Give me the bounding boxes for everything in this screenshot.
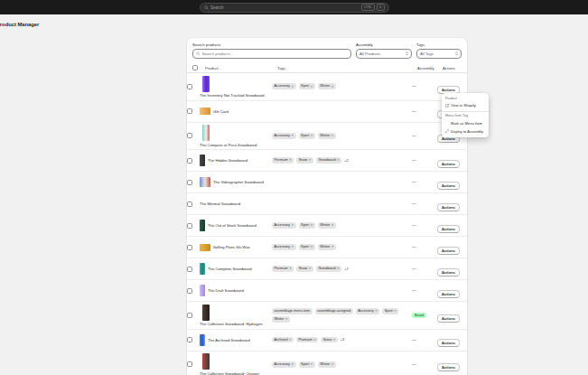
row-checkbox[interactable] [187, 288, 192, 294]
global-search[interactable]: Search CTRL K [200, 3, 389, 13]
tag-chip[interactable]: Sport✕ [299, 244, 315, 250]
tag-chip[interactable]: Archived✕ [272, 337, 294, 343]
remove-tag-icon[interactable]: ✕ [331, 134, 334, 137]
row-checkbox[interactable] [187, 245, 192, 250]
remove-tag-icon[interactable]: ✕ [311, 245, 313, 248]
remove-tag-icon[interactable]: ✕ [331, 245, 334, 248]
menu-item[interactable]: Deploy to Assembly [442, 127, 489, 136]
row-actions-button[interactable]: Actions [437, 182, 460, 190]
remove-tag-icon[interactable]: ✕ [337, 158, 340, 162]
row-checkbox[interactable] [187, 313, 192, 318]
tag-chip[interactable]: Snow✕ [321, 337, 338, 343]
tag-chip[interactable]: Sport✕ [299, 133, 315, 139]
assembly-select[interactable]: All Products [356, 49, 412, 59]
remove-tag-icon[interactable]: ✕ [309, 267, 312, 270]
tag-chip[interactable]: Winter✕ [272, 316, 290, 323]
tag-chip[interactable]: assemblage-menu-item [272, 308, 313, 314]
tag-chip[interactable]: Winter✕ [318, 244, 336, 250]
remove-tag-icon[interactable]: ✕ [313, 338, 316, 342]
tag-chip[interactable]: Accessory✕ [356, 308, 380, 314]
remove-tag-icon[interactable]: ✕ [375, 309, 378, 313]
tag-chip[interactable]: Accessory✕ [272, 83, 296, 89]
remove-tag-icon[interactable]: ✕ [331, 223, 334, 227]
row-actions-button[interactable]: Actions [437, 314, 460, 323]
remove-tag-icon[interactable]: ✕ [311, 85, 313, 89]
tag-label: Accessory [358, 309, 374, 314]
remove-tag-icon[interactable]: ✕ [311, 223, 313, 227]
remove-tag-icon[interactable]: ✕ [289, 158, 292, 162]
tag-chip[interactable]: assemblage-assigned [315, 308, 353, 314]
tag-chip[interactable]: Accessory✕ [272, 222, 296, 229]
actions-dropdown-menu: ProductView in ShopifyMenu Item TagMark … [442, 93, 489, 137]
tags-label: Tags [416, 42, 462, 47]
tag-chip[interactable]: Premium✕ [272, 266, 294, 272]
tag-chip[interactable]: Sport✕ [299, 83, 315, 89]
tag-chip[interactable]: Accessory✕ [272, 133, 296, 139]
tag-chip[interactable]: Snow✕ [296, 266, 313, 272]
row-actions-button[interactable]: Actions [437, 363, 460, 371]
remove-tag-icon[interactable]: ✕ [292, 245, 294, 248]
row-checkbox[interactable] [187, 158, 192, 164]
menu-item[interactable]: Mark as Menu Item [442, 119, 489, 127]
row-checkbox[interactable] [187, 180, 192, 185]
tags-select[interactable]: All Tags [416, 49, 462, 59]
tag-chip[interactable]: Sport✕ [299, 361, 315, 368]
row-checkbox[interactable] [187, 84, 192, 89]
tag-chip[interactable]: Winter✕ [318, 133, 336, 139]
remove-tag-icon[interactable]: ✕ [289, 338, 292, 342]
tag-label: Snow [299, 267, 308, 271]
tag-chip[interactable]: Sport✕ [382, 308, 398, 314]
table-row: The Out of Stock SnowboardAccessory✕Spor… [187, 215, 467, 237]
row-checkbox[interactable] [187, 337, 192, 342]
tag-chip[interactable]: Sport✕ [299, 222, 315, 229]
remove-tag-icon[interactable]: ✕ [394, 309, 397, 313]
tag-chip[interactable]: Premium✕ [296, 337, 318, 343]
product-cell: The Complete Snowboard [200, 263, 272, 275]
search-products-input-box[interactable] [192, 49, 351, 59]
menu-item[interactable]: View in Shopify [442, 101, 489, 109]
tag-chip[interactable]: Accessory✕ [272, 361, 296, 368]
row-checkbox[interactable] [187, 202, 192, 207]
tags-cell: Archived✕Premium✕Snow✕+3 [272, 337, 412, 343]
row-checkbox[interactable] [187, 133, 192, 138]
row-actions-button[interactable]: Actions [437, 203, 460, 211]
tag-chip[interactable]: Winter✕ [318, 83, 336, 89]
remove-tag-icon[interactable]: ✕ [285, 317, 288, 321]
remove-tag-icon[interactable]: ✕ [333, 338, 336, 342]
remove-tag-icon[interactable]: ✕ [292, 134, 294, 137]
remove-tag-icon[interactable]: ✕ [331, 85, 334, 89]
tag-label: Snow [299, 158, 308, 163]
remove-tag-icon[interactable]: ✕ [311, 134, 313, 137]
tags-cell: Premium✕Snow✕Snowboard✕+7 [272, 266, 412, 272]
row-checkbox[interactable] [187, 223, 192, 229]
remove-tag-icon[interactable]: ✕ [289, 267, 292, 270]
tag-chip[interactable]: Winter✕ [318, 222, 336, 229]
tag-chip[interactable]: Snow✕ [296, 157, 313, 164]
remove-tag-icon[interactable]: ✕ [309, 158, 312, 162]
remove-tag-icon[interactable]: ✕ [311, 362, 313, 366]
table-row: The Archived SnowboardArchived✕Premium✕S… [187, 330, 467, 352]
remove-tag-icon[interactable]: ✕ [331, 362, 334, 366]
tag-chip[interactable]: Premium✕ [272, 157, 294, 164]
row-checkbox[interactable] [187, 267, 192, 272]
row-actions-button[interactable]: Actions [437, 225, 460, 233]
search-products-input[interactable] [202, 52, 349, 56]
row-actions-button[interactable]: Actions [437, 339, 460, 347]
tag-chip[interactable]: Snowboard✕ [316, 157, 341, 164]
remove-tag-icon[interactable]: ✕ [337, 267, 340, 270]
tag-chip[interactable]: Snowboard✕ [316, 266, 341, 272]
remove-tag-icon[interactable]: ✕ [292, 85, 294, 89]
product-cell: The Collection Snowboard: Hydrogen [200, 305, 272, 327]
tag-label: Accessory [275, 84, 291, 89]
row-actions-button[interactable]: Actions [437, 290, 460, 298]
tag-chip[interactable]: Accessory✕ [272, 244, 296, 250]
remove-tag-icon[interactable]: ✕ [292, 362, 294, 366]
row-actions-button[interactable]: Actions [437, 160, 460, 168]
select-all-checkbox[interactable] [192, 65, 198, 70]
row-actions-button[interactable]: Actions [437, 247, 460, 255]
row-actions-button[interactable]: Actions [437, 268, 460, 277]
remove-tag-icon[interactable]: ✕ [292, 223, 294, 227]
row-checkbox[interactable] [187, 361, 192, 367]
tag-chip[interactable]: Winter✕ [318, 361, 336, 368]
row-checkbox[interactable] [187, 108, 192, 114]
